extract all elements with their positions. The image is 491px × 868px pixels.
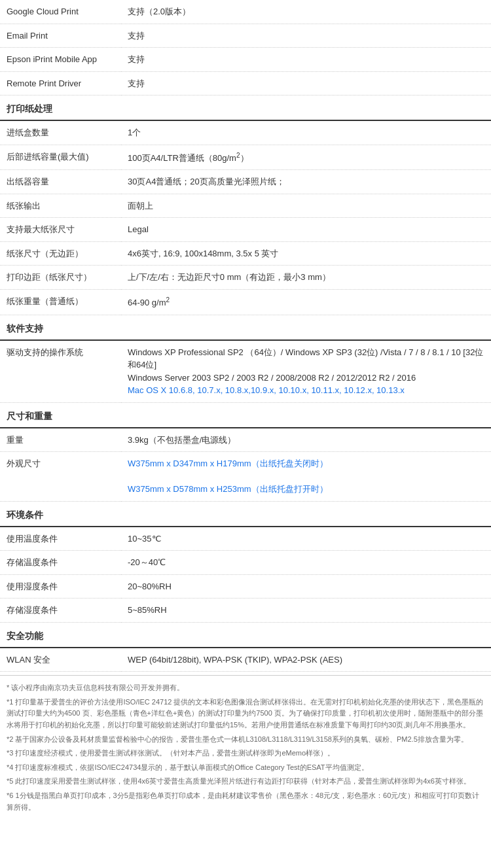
section-header-label: 尺寸和重量 — [0, 402, 491, 428]
footnote-item: *3 打印速度经济模式，使用爱普生测试样张测试。（针对本产品，爱普生测试样张即为… — [7, 748, 484, 759]
table-row: 打印边距（纸张尺寸）上/下/左/右：无边距尺寸0 mm（有边距，最小3 mm） — [0, 266, 491, 290]
row-value: 支持 — [121, 71, 491, 95]
table-row: 纸张输出面朝上 — [0, 194, 491, 218]
footnote-item: *6 1分钱是指黑白单页打印成本，3分5是指彩色单页打印成本，是由耗材建议零售价… — [7, 790, 484, 813]
row-value: 100页A4/LTR普通纸（80g/m2） — [121, 145, 491, 170]
table-row: 进纸盒数量1个 — [0, 120, 491, 145]
table-row: 重量3.9kg（不包括墨盒/电源线） — [0, 428, 491, 452]
row-label: WLAN 安全 — [0, 648, 121, 672]
section-header-row: 尺寸和重量 — [0, 402, 491, 428]
table-row: WLAN 安全WEP (64bit/128bit), WPA-PSK (TKIP… — [0, 648, 491, 672]
row-label: 进纸盒数量 — [0, 120, 121, 145]
row-label: 外观尺寸 — [0, 452, 121, 502]
table-row: 支持最大纸张尺寸Legal — [0, 218, 491, 242]
section-header-label: 安全功能 — [0, 622, 491, 648]
row-value: Windows XP Professional SP2 （64位）/ Windo… — [121, 340, 491, 403]
row-label: 使用温度条件 — [0, 527, 121, 551]
row-label: Epson iPrint Mobile App — [0, 48, 121, 72]
row-label: 出纸器容量 — [0, 170, 121, 194]
row-value: -20～40℃ — [121, 551, 491, 575]
table-row: 后部进纸容量(最大值)100页A4/LTR普通纸（80g/m2） — [0, 145, 491, 170]
table-row: 驱动支持的操作系统Windows XP Professional SP2 （64… — [0, 340, 491, 403]
table-row: 使用湿度条件20~80%RH — [0, 574, 491, 599]
table-row: Email Print支持 — [0, 24, 491, 48]
row-label: 后部进纸容量(最大值) — [0, 145, 121, 170]
section-header-row: 环境条件 — [0, 501, 491, 527]
table-row: 纸张重量（普通纸）64-90 g/m2 — [0, 289, 491, 315]
table-row: 存储温度条件-20～40℃ — [0, 551, 491, 575]
row-label: 纸张尺寸（无边距） — [0, 241, 121, 266]
table-row: 外观尺寸W375mm x D347mm x H179mm（出纸托盘关闭时）W37… — [0, 452, 491, 502]
spec-table: Google Cloud Print支持（2.0版本）Email Print支持… — [0, 0, 491, 672]
row-label: 打印边距（纸张尺寸） — [0, 266, 121, 290]
footnote-item: *4 打印速度标准模式，依据ISO/IEC24734显示的，基于默认单面模式的O… — [7, 762, 484, 774]
row-value: 10~35℃ — [121, 527, 491, 551]
row-label: 存储温度条件 — [0, 551, 121, 575]
row-value: 上/下/左/右：无边距尺寸0 mm（有边距，最小3 mm） — [121, 266, 491, 290]
row-label: 使用湿度条件 — [0, 574, 121, 599]
row-value: 支持 — [121, 24, 491, 48]
row-value: 64-90 g/m2 — [121, 289, 491, 315]
table-row: 出纸器容量30页A4普通纸；20页高质量光泽照片纸； — [0, 170, 491, 194]
row-label: 存储湿度条件 — [0, 599, 121, 623]
section-header-row: 软件支持 — [0, 315, 491, 340]
row-label: Google Cloud Print — [0, 0, 121, 24]
footnotes-section: * 该小程序由南京功夫豆信息科技有限公司开发并拥有。*1 打印量基于爱普生的评价… — [0, 675, 491, 822]
table-row: 使用温度条件10~35℃ — [0, 527, 491, 551]
section-header-label: 打印纸处理 — [0, 95, 491, 121]
footnote-item: *2 基于国家办公设备及耗材质量监督检验中心的报告，爱普生墨仓式一体机L3108… — [7, 734, 484, 746]
row-value: 3.9kg（不包括墨盒/电源线） — [121, 428, 491, 452]
section-header-row: 安全功能 — [0, 622, 491, 648]
footnote-item: *5 此打印速度采用爱普生测试样张，使用4x6英寸爱普生高质量光泽照片纸进行有边… — [7, 776, 484, 788]
section-header-row: 打印纸处理 — [0, 95, 491, 121]
section-header-label: 软件支持 — [0, 315, 491, 340]
row-value: 5~85%RH — [121, 599, 491, 623]
row-value: W375mm x D347mm x H179mm（出纸托盘关闭时）W375mm … — [121, 452, 491, 502]
table-row: Google Cloud Print支持（2.0版本） — [0, 0, 491, 24]
table-row: Epson iPrint Mobile App支持 — [0, 48, 491, 72]
row-value: 面朝上 — [121, 194, 491, 218]
table-row: Remote Print Driver支持 — [0, 71, 491, 95]
row-label: 重量 — [0, 428, 121, 452]
row-value: 支持（2.0版本） — [121, 0, 491, 24]
row-label: 纸张输出 — [0, 194, 121, 218]
section-header-label: 环境条件 — [0, 501, 491, 527]
row-value: WEP (64bit/128bit), WPA-PSK (TKIP), WPA2… — [121, 648, 491, 672]
row-label: 支持最大纸张尺寸 — [0, 218, 121, 242]
table-row: 纸张尺寸（无边距）4x6英寸, 16:9, 100x148mm, 3.5x 5 … — [0, 241, 491, 266]
row-label: Remote Print Driver — [0, 71, 121, 95]
row-label: 纸张重量（普通纸） — [0, 289, 121, 315]
row-value: Legal — [121, 218, 491, 242]
row-value: 1个 — [121, 120, 491, 145]
row-value: 30页A4普通纸；20页高质量光泽照片纸； — [121, 170, 491, 194]
row-label: 驱动支持的操作系统 — [0, 340, 121, 403]
row-value: 4x6英寸, 16:9, 100x148mm, 3.5x 5 英寸 — [121, 241, 491, 266]
footnote-item: * 该小程序由南京功夫豆信息科技有限公司开发并拥有。 — [7, 682, 484, 694]
footnote-item: *1 打印量基于爱普生的评价方法使用ISO/IEC 24712 提供的文本和彩色… — [7, 697, 484, 731]
row-value: 20~80%RH — [121, 574, 491, 599]
row-value: 支持 — [121, 48, 491, 72]
row-label: Email Print — [0, 24, 121, 48]
table-row: 存储湿度条件5~85%RH — [0, 599, 491, 623]
